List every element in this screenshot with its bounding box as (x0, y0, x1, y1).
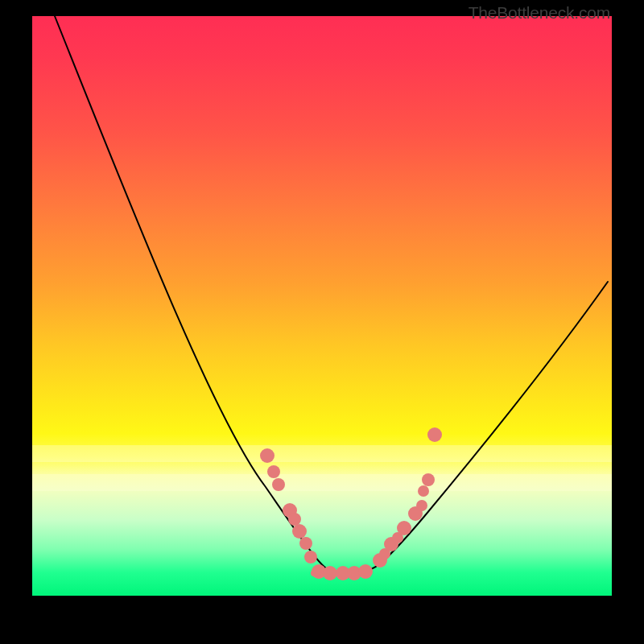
data-point (418, 485, 429, 497)
data-point (260, 448, 275, 463)
data-point (272, 478, 285, 491)
data-point (299, 537, 312, 550)
chart-svg (32, 16, 612, 596)
data-point (422, 473, 435, 486)
data-point (323, 566, 337, 580)
data-point (267, 465, 280, 478)
data-point (304, 551, 317, 564)
data-point (427, 427, 442, 442)
data-point (288, 513, 301, 526)
watermark-text: TheBottleneck.com (469, 3, 610, 23)
chart-canvas: TheBottleneck.com (0, 0, 644, 644)
data-point (292, 524, 307, 539)
curve-right (354, 282, 608, 574)
data-point (358, 564, 373, 579)
data-point (416, 500, 427, 511)
data-points (260, 427, 442, 580)
data-point (397, 521, 411, 535)
plot-area (32, 16, 612, 596)
